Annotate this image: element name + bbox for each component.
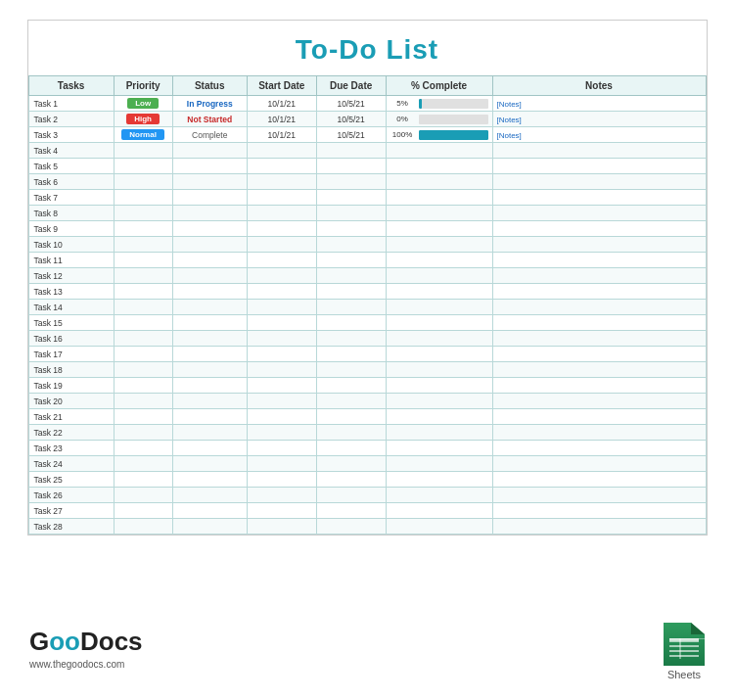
svg-rect-8 [669,638,699,641]
table-row: Task 4 [28,143,706,159]
notes-cell [492,237,706,253]
due-date-cell [316,409,386,425]
start-date-cell [247,409,316,425]
pct-complete-cell [386,409,492,425]
notes-cell [492,394,706,409]
task-name-cell: Task 24 [28,456,114,472]
start-date-cell [247,362,316,378]
pct-label: 100% [390,130,415,139]
pct-complete-cell [386,268,492,284]
notes-cell [492,206,706,221]
notes-link[interactable]: [Notes] [497,116,522,124]
due-date-cell [316,425,386,441]
task-name-cell: Task 25 [28,472,114,488]
start-date-cell [247,190,316,206]
notes-cell [492,456,706,472]
pct-complete-cell [386,300,492,315]
table-row: Task 21 [28,409,706,425]
task-name-cell: Task 21 [28,409,114,425]
table-row: Task 25 [28,472,706,488]
task-name-cell: Task 2 [28,112,114,127]
pct-complete-cell: 5% [386,96,492,112]
priority-cell [114,253,172,268]
notes-link[interactable]: [Notes] [497,131,522,140]
sheets-svg-icon [664,615,705,666]
status-cell [172,206,247,221]
priority-badge: High [126,114,160,124]
svg-marker-1 [691,623,705,634]
start-date-cell [247,456,316,472]
pct-complete-cell [386,331,492,347]
notes-cell [492,315,706,331]
logo-g: G [29,627,49,656]
priority-cell [114,284,172,300]
table-row: Task 20 [28,394,706,409]
start-date-cell [247,472,316,488]
table-row: Task 8 [28,206,706,221]
col-status: Status [172,76,247,96]
start-date-cell [247,315,316,331]
priority-badge: Normal [121,129,164,140]
task-name-cell: Task 11 [28,253,114,268]
task-name-cell: Task 28 [28,519,114,535]
pct-complete-cell [386,362,492,378]
due-date-cell [316,456,386,472]
due-date-cell [316,237,386,253]
table-row: Task 11 [28,253,706,268]
sheets-label: Sheets [667,669,701,680]
priority-cell [114,441,172,456]
pct-complete-cell [386,284,492,300]
start-date-cell [247,441,316,456]
task-name-cell: Task 7 [28,190,114,206]
status-cell [172,503,247,519]
task-name-cell: Task 14 [28,300,114,315]
start-date-cell [247,425,316,441]
status-cell [172,394,247,409]
logo-d: D [80,627,99,656]
table-header: Tasks Priority Status Start Date Due Dat… [28,76,706,96]
notes-cell [492,409,706,425]
notes-cell [492,425,706,441]
due-date-cell [316,221,386,237]
priority-cell [114,409,172,425]
due-date-cell [316,143,386,159]
task-name-cell: Task 27 [28,503,114,519]
due-date-cell [316,331,386,347]
notes-cell [492,347,706,362]
col-due-date: Due Date [316,76,386,96]
notes-link[interactable]: [Notes] [497,100,522,109]
due-date-cell [316,174,386,190]
table-row: Task 3NormalComplete10/1/2110/5/21100%[N… [28,127,706,143]
notes-cell [492,472,706,488]
table-row: Task 27 [28,503,706,519]
start-date-cell: 10/1/21 [247,127,316,143]
table-row: Task 23 [28,441,706,456]
notes-cell [492,221,706,237]
pct-complete-cell [386,519,492,535]
start-date-cell [247,268,316,284]
status-cell [172,409,247,425]
due-date-cell [316,347,386,362]
table-row: Task 19 [28,378,706,394]
pct-complete-cell [386,174,492,190]
progress-bar-fill [419,130,488,140]
task-name-cell: Task 12 [28,268,114,284]
priority-cell [114,206,172,221]
pct-complete-cell [386,190,492,206]
priority-cell [114,519,172,535]
notes-cell [492,300,706,315]
start-date-cell [247,206,316,221]
due-date-cell [316,472,386,488]
start-date-cell [247,519,316,535]
table-row: Task 10 [28,237,706,253]
pct-label: 5% [390,99,415,108]
due-date-cell [316,441,386,456]
priority-cell [114,394,172,409]
logo-ocs: ocs [99,627,143,656]
pct-complete-cell [386,347,492,362]
pct-complete-cell: 100% [386,127,492,143]
header-row: Tasks Priority Status Start Date Due Dat… [28,76,706,96]
logo-oo: oo [49,627,80,656]
status-cell [172,268,247,284]
table-row: Task 1LowIn Progress10/1/2110/5/215%[Not… [28,96,706,112]
